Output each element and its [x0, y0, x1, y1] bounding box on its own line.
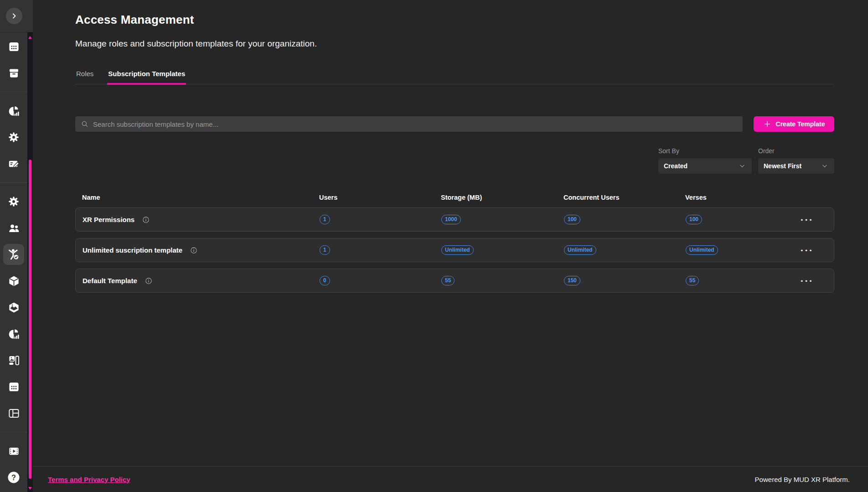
- sidebar-item-reports[interactable]: [3, 323, 24, 344]
- storage-pill: 55: [441, 276, 455, 285]
- sidebar-item-users[interactable]: [3, 218, 24, 238]
- main-area: Access Management Manage roles and subsc…: [33, 0, 868, 492]
- toolbar: Create Template: [75, 116, 834, 132]
- calendar-icon: [8, 381, 20, 393]
- search-icon: [81, 120, 89, 128]
- concurrent-users-pill: 150: [564, 276, 580, 285]
- powered-by-text: Powered By MUD XR Platform.: [755, 476, 850, 483]
- concurrent-users-pill: Unlimited: [564, 245, 596, 255]
- column-header-storage: Storage (MB): [441, 194, 563, 201]
- row-actions-button[interactable]: •••: [800, 217, 813, 223]
- template-name: XR Permissions: [83, 216, 134, 223]
- table-row: Default Template 0 55 150 55 •••: [75, 269, 834, 293]
- users-pill: 1: [320, 215, 330, 224]
- sidebar-item-archive[interactable]: [3, 62, 24, 83]
- layout-panels-icon: [8, 407, 20, 419]
- sidebar-item-help[interactable]: ?: [3, 467, 24, 488]
- sidebar-item-analytics[interactable]: [3, 100, 24, 121]
- chevron-right-icon: [10, 11, 19, 21]
- order-group: Order Newest First: [758, 147, 834, 174]
- column-header-users: Users: [319, 194, 441, 201]
- sort-by-label: Sort By: [658, 147, 752, 155]
- info-icon[interactable]: [145, 277, 153, 285]
- analytics-pie-icon: [8, 328, 20, 340]
- order-select[interactable]: Newest First: [758, 158, 834, 174]
- table-row: Unlimited suscription template 1 Unlimit…: [75, 238, 834, 262]
- sidebar-item-schedule[interactable]: [3, 376, 24, 397]
- create-template-label: Create Template: [776, 120, 825, 128]
- sidebar-item-calendar[interactable]: [3, 36, 24, 57]
- sidebar-icon-column: ?: [0, 32, 27, 492]
- template-name: Default Template: [83, 277, 137, 285]
- sort-by-group: Sort By Created: [658, 147, 752, 174]
- gear-icon: [8, 196, 20, 207]
- users-pill: 0: [320, 276, 330, 285]
- footer: Terms and Privacy Policy Powered By MUD …: [33, 466, 868, 492]
- sidebar-item-content[interactable]: [3, 350, 24, 371]
- table-header: Name Users Storage (MB) Concurrent Users…: [75, 194, 834, 201]
- row-actions-button[interactable]: •••: [800, 247, 813, 254]
- users-pill: 1: [320, 245, 330, 255]
- tab-bar: Roles Subscription Templates: [75, 70, 834, 84]
- verses-pill: Unlimited: [686, 245, 718, 255]
- create-template-button[interactable]: Create Template: [754, 116, 834, 132]
- row-actions-button[interactable]: •••: [800, 278, 813, 285]
- sidebar-body: ?: [0, 32, 33, 492]
- sidebar-header: [0, 0, 33, 32]
- storage-pill: Unlimited: [441, 245, 474, 255]
- tab-roles[interactable]: Roles: [75, 70, 94, 85]
- verses-pill: 100: [686, 215, 702, 224]
- concurrent-users-pill: 100: [564, 215, 580, 224]
- terms-privacy-link[interactable]: Terms and Privacy Policy: [48, 476, 130, 483]
- app-window: ? Access Management Manage roles and sub…: [0, 0, 868, 492]
- asset-cube-image-icon: [8, 301, 20, 314]
- page-title: Access Management: [75, 13, 834, 27]
- card-edit-icon: [8, 158, 20, 170]
- cube-icon: [8, 275, 20, 287]
- analytics-pie-icon: [8, 105, 20, 117]
- sidebar-item-media[interactable]: [3, 440, 24, 461]
- scrollbar-up-arrow-icon[interactable]: [28, 36, 32, 39]
- column-header-name: Name: [82, 194, 319, 201]
- page-subtitle: Manage roles and subscription templates …: [75, 39, 834, 49]
- sidebar-item-access-management[interactable]: [3, 244, 24, 265]
- plus-icon: [763, 120, 771, 128]
- calendar-icon: [8, 41, 20, 53]
- scrollbar-down-arrow-icon[interactable]: [28, 487, 32, 490]
- users-icon: [8, 222, 20, 234]
- storage-pill: 1000: [441, 215, 461, 224]
- order-value: Newest First: [764, 162, 801, 170]
- search-box[interactable]: [75, 116, 743, 132]
- sidebar-item-org-settings[interactable]: [3, 191, 24, 212]
- sidebar-item-layouts[interactable]: [3, 403, 24, 424]
- help-icon: ?: [7, 471, 21, 484]
- info-icon[interactable]: [142, 216, 150, 224]
- search-input[interactable]: [93, 120, 737, 128]
- tab-subscription-templates[interactable]: Subscription Templates: [107, 70, 186, 85]
- sidebar-item-card-edit[interactable]: [3, 153, 24, 174]
- column-header-verses: Verses: [685, 194, 793, 201]
- info-icon[interactable]: [190, 246, 198, 254]
- sidebar-divider: [0, 432, 27, 432]
- sidebar-item-packages[interactable]: [3, 270, 24, 291]
- sidebar-expand-button[interactable]: [6, 8, 22, 24]
- table-row: XR Permissions 1 1000 100 100 •••: [75, 207, 834, 232]
- content-cards-icon: [8, 354, 20, 367]
- sort-by-select[interactable]: Created: [658, 158, 752, 174]
- archive-box-icon: [8, 67, 20, 79]
- sort-controls: Sort By Created Order Newest First: [75, 147, 834, 174]
- template-name: Unlimited suscription template: [83, 246, 182, 254]
- sidebar-divider: [0, 182, 27, 183]
- sort-by-value: Created: [664, 162, 687, 170]
- sidebar-divider: [0, 92, 27, 92]
- sidebar: ?: [0, 0, 33, 492]
- person-check-icon: [7, 248, 20, 261]
- sidebar-item-settings[interactable]: [3, 127, 24, 148]
- scrollbar-thumb[interactable]: [29, 160, 31, 479]
- film-media-icon: [8, 445, 20, 457]
- sidebar-item-assets[interactable]: [3, 297, 24, 318]
- sidebar-scrollbar[interactable]: [27, 32, 33, 492]
- chevron-down-icon: [738, 162, 746, 170]
- verses-pill: 55: [686, 276, 699, 285]
- chevron-down-icon: [821, 162, 829, 170]
